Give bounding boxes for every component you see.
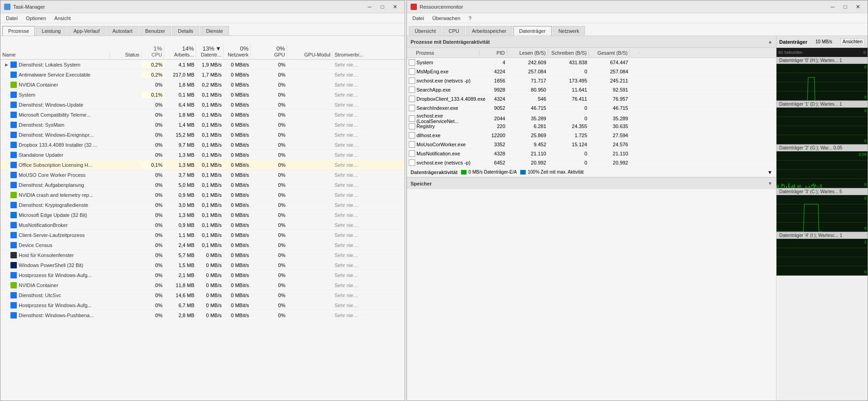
disk-table-row[interactable]: DropboxClient_133.4.4089.exe 4324 546 76… bbox=[407, 94, 776, 103]
disk-checkbox[interactable] bbox=[409, 87, 415, 93]
table-row[interactable]: Diensthost: UtcSvc 0% 14,6 MB 0 MB/s 0 M… bbox=[0, 290, 405, 300]
disk-checkbox[interactable] bbox=[409, 132, 415, 139]
tab-details[interactable]: Details bbox=[172, 26, 199, 36]
resmon-minimize-button[interactable]: ─ bbox=[827, 2, 838, 11]
disk-checkbox[interactable] bbox=[409, 59, 415, 66]
resmon-menu-uberwachen[interactable]: Überwachen bbox=[429, 15, 464, 22]
expand-btn[interactable] bbox=[4, 103, 9, 107]
menu-datei[interactable]: Datei bbox=[2, 15, 21, 22]
minimize-button[interactable]: ─ bbox=[364, 2, 376, 11]
table-row[interactable]: Diensthost: Kryptografiedienste 0% 3,0 M… bbox=[0, 200, 405, 210]
table-row[interactable]: Hostprozess für Windows-Aufg... 0% 2,1 M… bbox=[0, 270, 405, 280]
table-row[interactable]: NVIDIA Container 0% 1,8 MB 0,2 MB/s 0 MB… bbox=[0, 80, 405, 90]
resmon-tab-datentrager[interactable]: Datenträger bbox=[513, 26, 552, 36]
table-row[interactable]: NVIDIA Container 0% 11,8 MB 0 MB/s 0 MBi… bbox=[0, 280, 405, 290]
expand-btn[interactable] bbox=[4, 153, 9, 157]
th-arbeits[interactable]: 14% Arbeits... bbox=[164, 44, 196, 58]
th-gpu-modul[interactable]: GPU-Modul bbox=[287, 51, 333, 58]
resmon-tab-cpu[interactable]: CPU bbox=[442, 26, 465, 36]
table-row[interactable]: Diensthost: Windows-Pushbena... 0% 2,8 M… bbox=[0, 310, 405, 320]
table-row[interactable]: Microsoft Edge Update (32 Bit) 0% 1,3 MB… bbox=[0, 210, 405, 220]
expand-btn[interactable] bbox=[4, 173, 9, 177]
tab-dienste[interactable]: Dienste bbox=[200, 26, 229, 36]
tab-benutzer[interactable]: Benutzer bbox=[139, 26, 171, 36]
table-row[interactable]: Standalone Updater 0% 1,3 MB 0,1 MB/s 0 … bbox=[0, 150, 405, 160]
disk-table-row[interactable]: svchost.exe (netsvcs -p) 1656 71.717 173… bbox=[407, 76, 776, 85]
expand-btn[interactable] bbox=[4, 263, 9, 267]
expand-btn[interactable] bbox=[4, 163, 9, 167]
disk-table-row[interactable]: svchost.exe (netsvcs -p) 6452 20.992 0 2… bbox=[407, 158, 776, 167]
disk-table-row[interactable]: MoUsoCorWorker.exe 3352 9.452 15.124 24.… bbox=[407, 140, 776, 149]
table-row[interactable]: System 0,1% 0,1 MB 0,1 MB/s 0 MBit/s 0% … bbox=[0, 90, 405, 100]
disk-checkbox[interactable] bbox=[409, 150, 415, 157]
resmon-tab-ubersicht[interactable]: Übersicht bbox=[409, 26, 442, 36]
table-row[interactable]: Diensthost: SysMain 0% 1,4 MB 0,1 MB/s 0… bbox=[0, 120, 405, 130]
menu-ansicht[interactable]: Ansicht bbox=[51, 15, 74, 22]
tab-leistung[interactable]: Leistung bbox=[36, 26, 67, 36]
tab-prozesse[interactable]: Prozesse bbox=[2, 26, 35, 36]
disk-table-row[interactable]: MusNotification.exe 4328 21.110 0 21.110 bbox=[407, 149, 776, 158]
table-row[interactable]: Diensthost: Windows-Ereignispr... 0% 15,… bbox=[0, 130, 405, 140]
expand-btn[interactable] bbox=[4, 213, 9, 217]
table-row[interactable]: NVIDIA crash and telemetry rep... 0% 0,9… bbox=[0, 190, 405, 200]
expand-btn[interactable] bbox=[4, 93, 9, 97]
menu-optionen[interactable]: Optionen bbox=[22, 15, 50, 22]
expand-btn[interactable] bbox=[4, 273, 9, 278]
resmon-maximize-button[interactable]: □ bbox=[839, 2, 851, 11]
disk-table-row[interactable]: svchost.exe (LocalServiceNet... 2044 35.… bbox=[407, 113, 776, 122]
resmon-tab-netzwerk[interactable]: Netzwerk bbox=[553, 26, 585, 36]
table-row[interactable]: Dropbox 133.4.4089 Installer (32 ... 0% … bbox=[0, 140, 405, 150]
th-strom[interactable]: Stromverbr... bbox=[333, 51, 360, 58]
dth-prozess[interactable]: Prozess bbox=[407, 49, 480, 57]
disk-checkbox[interactable] bbox=[409, 96, 415, 102]
dth-lesen[interactable]: Lesen (B/S) bbox=[507, 49, 548, 57]
expand-btn[interactable] bbox=[4, 203, 9, 207]
expand-btn[interactable] bbox=[4, 113, 9, 117]
disk-checkbox[interactable] bbox=[409, 105, 415, 111]
disk-table-row[interactable]: System 4 242.609 431.838 674.447 bbox=[407, 58, 776, 67]
disk-table-row[interactable]: dllhost.exe 12200 25.869 1.725 27.594 bbox=[407, 131, 776, 140]
dth-schreiben[interactable]: Schreiben (B/S) bbox=[548, 49, 589, 57]
resmon-menu-help[interactable]: ? bbox=[465, 15, 475, 22]
table-row[interactable]: Office Subscription Licensing H... 0,1% … bbox=[0, 160, 405, 170]
table-row[interactable]: Microsoft Compatibility Teleme... 0% 1,8… bbox=[0, 110, 405, 120]
ansichten-button[interactable]: Ansichten bbox=[840, 38, 865, 45]
disk-processes-header[interactable]: Prozesse mit Datenträgeraktivität ▲ bbox=[407, 36, 776, 48]
disk-table-row[interactable]: SearchIndexer.exe 9052 46.715 0 46.715 bbox=[407, 103, 776, 113]
table-row[interactable]: Diensthost: Windows-Update 0% 6,4 MB 0,1… bbox=[0, 100, 405, 110]
tab-app-verlauf[interactable]: App-Verlauf bbox=[67, 26, 105, 36]
table-row[interactable]: MoUSO Core Worker Process 0% 3,7 MB 0,1 … bbox=[0, 170, 405, 180]
table-row[interactable]: Windows PowerShell (32 Bit) 0% 1,5 MB 0 … bbox=[0, 260, 405, 270]
th-netzwerk[interactable]: 0% Netzwerk bbox=[223, 44, 251, 58]
expand-btn[interactable] bbox=[4, 313, 9, 318]
expand-btn[interactable] bbox=[4, 303, 9, 308]
disk-table-row[interactable]: MsMpEng.exe 4224 257.084 0 257.084 bbox=[407, 67, 776, 76]
disk-table-row[interactable]: Registry 220 6.281 24.355 30.635 bbox=[407, 122, 776, 131]
expand-btn[interactable] bbox=[4, 123, 9, 127]
th-status[interactable]: Status bbox=[110, 51, 142, 58]
expand-btn[interactable] bbox=[4, 223, 9, 227]
dth-gesamt[interactable]: Gesamt (B/S) bbox=[589, 49, 630, 57]
disk-checkbox[interactable] bbox=[409, 123, 415, 129]
th-daten[interactable]: 13% ▼ Datentr... bbox=[196, 44, 223, 58]
expand-btn[interactable] bbox=[4, 293, 9, 298]
th-cpu[interactable]: 1% CPU bbox=[142, 44, 164, 58]
table-row[interactable]: Diensthost: Aufgabenplanung 0% 5,0 MB 0,… bbox=[0, 180, 405, 190]
tab-autostart[interactable]: Autostart bbox=[107, 26, 138, 36]
disk-checkbox[interactable] bbox=[409, 115, 415, 122]
disk-checkbox[interactable] bbox=[409, 159, 415, 166]
table-row[interactable]: ▶ Diensthost: Lokales System 0,2% 4,1 MB… bbox=[0, 60, 405, 70]
expand-btn[interactable] bbox=[4, 82, 9, 87]
table-row[interactable]: MusNotificationBroker 0% 0,9 MB 0,1 MB/s… bbox=[0, 220, 405, 230]
th-gpu[interactable]: 0% GPU bbox=[251, 44, 287, 58]
expand-btn[interactable] bbox=[4, 72, 9, 77]
table-row[interactable]: Host für Konsolenfenster 0% 5,7 MB 0 MB/… bbox=[0, 250, 405, 260]
maximize-button[interactable]: □ bbox=[376, 2, 388, 11]
speicher-section[interactable]: Speicher ▼ bbox=[407, 177, 776, 189]
resmon-tab-arbeitsspeicher[interactable]: Arbeitsspeicher bbox=[466, 26, 513, 36]
disk-table-row[interactable]: SearchApp.exe 9928 80.950 11.641 92.591 bbox=[407, 85, 776, 94]
expand-btn[interactable] bbox=[4, 243, 9, 247]
expand-btn[interactable] bbox=[4, 133, 9, 137]
th-name[interactable]: Name bbox=[0, 51, 110, 58]
table-row[interactable]: Client-Server-Laufzeitprozess 0% 1,1 MB … bbox=[0, 230, 405, 240]
